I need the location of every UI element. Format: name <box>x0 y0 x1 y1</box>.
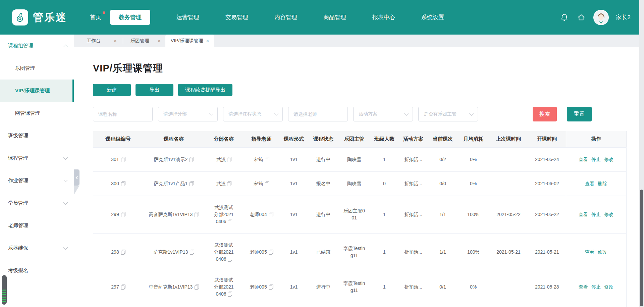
tab-vip-course-mgmt[interactable]: VIP/乐理课管理 × <box>165 35 214 47</box>
delete-link[interactable]: 删除 <box>598 181 607 186</box>
close-icon[interactable]: × <box>114 38 117 43</box>
sidebar-item-class-mgmt[interactable]: 班级管理 <box>0 124 74 147</box>
sidebar-item-student-mgmt[interactable]: 学员管理 <box>0 192 74 214</box>
brand[interactable]: 管乐迷 <box>12 9 67 25</box>
top-header: 管乐迷 首页 教务管理 运营管理 交易管理 内容管理 商品管理 报表中心 系统设… <box>0 0 644 35</box>
close-icon[interactable]: × <box>158 38 161 43</box>
chevron-down-icon <box>63 245 68 250</box>
copy-icon[interactable] <box>121 212 125 217</box>
activity-plan-select[interactable]: 活动方案 <box>353 107 413 121</box>
copy-icon[interactable] <box>190 250 194 254</box>
sidebar-item-vip-theory-course-mgmt[interactable]: VIP/乐理课管理 <box>0 80 74 102</box>
home-icon[interactable] <box>577 13 586 22</box>
tab-orchestra-mgmt[interactable]: 乐团管理 × <box>124 35 165 47</box>
copy-icon[interactable] <box>121 157 125 162</box>
copy-icon[interactable] <box>228 257 232 261</box>
sidebar-item-course-mgmt[interactable]: 课程管理 <box>0 147 74 169</box>
copy-icon[interactable] <box>228 219 232 224</box>
filter-bar: 请选择分部 请选择课程状态 活动方案 是否有乐团主管 搜索 重置 <box>93 107 639 121</box>
nav-item-reports[interactable]: 报表中心 <box>372 10 395 24</box>
sidebar-item-homework-mgmt[interactable]: 作业管理 <box>0 169 74 192</box>
table-header-row: 课程组编号 课程名称 分部名称 指导老师 课程形式 课程状态 乐团主管 班级人数… <box>93 131 626 147</box>
edit-link[interactable]: 修改 <box>604 157 613 162</box>
course-name-input[interactable] <box>93 107 153 121</box>
course-id: 300 <box>111 180 119 187</box>
page-scrollbar[interactable] <box>639 0 644 307</box>
sidebar-item-course-group-mgmt[interactable]: 课程组管理 <box>0 35 74 57</box>
copy-icon[interactable] <box>121 181 125 186</box>
sidebar-item-instrument-maintenance[interactable]: 乐器维保 <box>0 237 74 259</box>
supervisor-name: 陶映雪 <box>343 180 365 187</box>
view-link[interactable]: 查看 <box>579 157 588 162</box>
copy-icon[interactable] <box>265 157 269 162</box>
copy-icon[interactable] <box>190 157 194 162</box>
has-supervisor-select[interactable]: 是否有乐团主管 <box>418 107 478 121</box>
sidebar-collapse-handle[interactable] <box>74 169 79 186</box>
brand-name: 管乐迷 <box>33 10 67 24</box>
table-row: 299 高音萨克斯1v1VIP13 武汉测试分部20210406 老师004 1… <box>93 196 626 233</box>
export-button[interactable]: 导出 <box>136 84 173 96</box>
course-id: 299 <box>111 211 119 218</box>
col-header: 活动方案 <box>399 131 428 147</box>
bell-icon[interactable] <box>560 13 569 22</box>
username[interactable]: 家长2 <box>616 13 631 21</box>
reset-button[interactable]: 重置 <box>567 107 592 121</box>
last-lesson-date: 2021-05-22 <box>489 196 528 233</box>
sidebar-item-orchestra-mgmt[interactable]: 乐团管理 <box>0 57 74 80</box>
copy-icon[interactable] <box>265 181 269 186</box>
nav-item-content[interactable]: 内容管理 <box>274 10 297 24</box>
copy-icon[interactable] <box>227 157 231 162</box>
edit-link[interactable]: 修改 <box>598 249 607 255</box>
branch-select[interactable]: 请选择分部 <box>158 107 218 121</box>
course-status-select[interactable]: 请选择课程状态 <box>223 107 283 121</box>
col-header: 指导老师 <box>243 131 279 147</box>
teacher-name: 宋筠 <box>254 180 263 187</box>
copy-icon[interactable] <box>121 250 125 254</box>
col-header: 当前课次 <box>428 131 458 147</box>
copy-icon[interactable] <box>269 285 273 289</box>
tab-workbench[interactable]: 工作台 × <box>80 35 121 47</box>
nav-item-system-settings[interactable]: 系统设置 <box>421 10 444 24</box>
create-button[interactable]: 新建 <box>93 84 131 96</box>
copy-icon[interactable] <box>195 212 199 217</box>
nav-item-operations[interactable]: 运营管理 <box>176 10 199 24</box>
copy-icon[interactable] <box>227 181 231 186</box>
sidebar-scrollbar-thumb[interactable] <box>2 275 7 305</box>
copy-icon[interactable] <box>121 285 125 289</box>
teacher-name: 老师005 <box>250 284 267 291</box>
start-date: 2021-05-21 <box>528 233 566 271</box>
lesson-progress: 0/1 <box>428 271 458 303</box>
close-icon[interactable]: × <box>206 38 209 43</box>
copy-icon[interactable] <box>195 285 199 289</box>
lesson-progress: 0/0 <box>428 171 458 196</box>
teacher-input[interactable] <box>288 107 348 121</box>
page-scrollbar-thumb[interactable] <box>640 190 643 306</box>
renewal-reminder-export-button[interactable]: 课程续费提醒导出 <box>178 84 232 96</box>
search-button[interactable]: 搜索 <box>533 107 557 121</box>
last-lesson-date <box>489 171 528 196</box>
nav-item-home[interactable]: 首页 <box>90 10 101 24</box>
copy-icon[interactable] <box>190 181 194 186</box>
view-link[interactable]: 查看 <box>579 212 588 217</box>
view-link[interactable]: 查看 <box>579 284 588 290</box>
stop-link[interactable]: 停止 <box>591 212 601 217</box>
copy-icon[interactable] <box>228 292 232 296</box>
view-link[interactable]: 查看 <box>585 249 594 255</box>
view-link[interactable]: 查看 <box>585 181 594 186</box>
sidebar-item-teacher-mgmt[interactable]: 老师管理 <box>0 214 74 237</box>
copy-icon[interactable] <box>269 212 273 217</box>
sidebar-item-exam-registration[interactable]: 考级报名 <box>0 259 74 282</box>
nav-item-academic-affairs[interactable]: 教务管理 <box>110 10 150 25</box>
notification-dot-icon <box>103 11 105 14</box>
sidebar-item-online-course-mgmt[interactable]: 网管课管理 <box>0 102 74 124</box>
copy-icon[interactable] <box>269 250 273 254</box>
nav-item-products[interactable]: 商品管理 <box>323 10 346 24</box>
nav-item-transactions[interactable]: 交易管理 <box>225 10 248 24</box>
start-date: 2021-05-22 <box>528 196 566 233</box>
edit-link[interactable]: 修改 <box>604 212 613 217</box>
avatar[interactable] <box>593 10 609 25</box>
last-lesson-date <box>489 147 528 171</box>
stop-link[interactable]: 停止 <box>591 284 601 290</box>
stop-link[interactable]: 停止 <box>591 157 601 162</box>
edit-link[interactable]: 修改 <box>604 284 613 290</box>
